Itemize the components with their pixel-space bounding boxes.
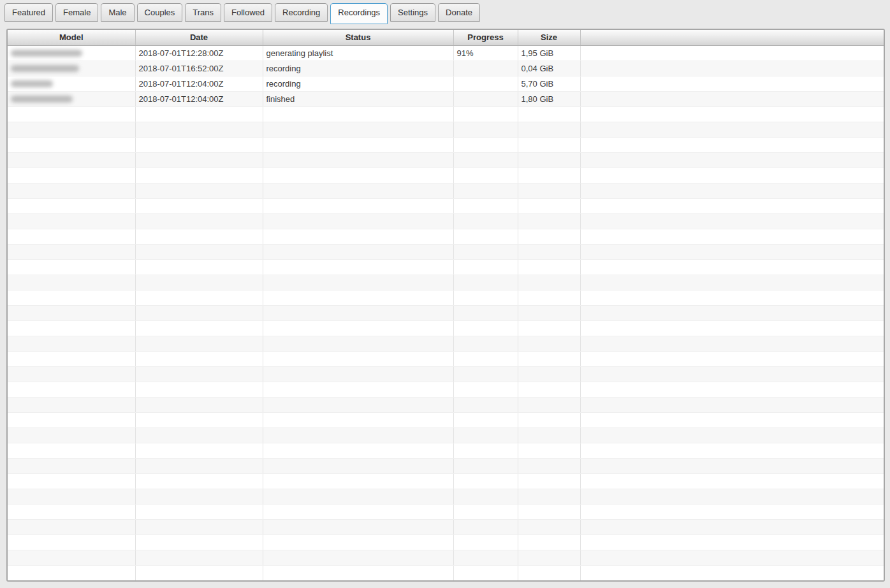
empty-row	[8, 229, 884, 244]
cell-date: 2018-07-01T12:04:00Z	[135, 76, 263, 91]
empty-cell	[518, 320, 580, 336]
tab-donate[interactable]: Donate	[438, 3, 480, 22]
empty-cell	[518, 473, 580, 489]
column-header-date[interactable]: Date	[135, 30, 263, 45]
empty-cell	[8, 244, 135, 259]
empty-row	[8, 489, 884, 504]
tab-featured[interactable]: Featured	[4, 3, 53, 22]
empty-cell	[8, 351, 135, 366]
empty-cell	[263, 550, 453, 565]
empty-cell	[135, 290, 263, 305]
empty-cell	[8, 168, 135, 183]
empty-cell	[580, 443, 884, 458]
column-header-progress[interactable]: Progress	[453, 30, 518, 45]
empty-cell	[580, 565, 884, 580]
empty-cell	[518, 519, 580, 534]
empty-cell	[8, 534, 135, 550]
empty-cell	[453, 443, 518, 458]
column-header-size[interactable]: Size	[518, 30, 580, 45]
empty-cell	[580, 259, 884, 275]
empty-cell	[135, 106, 263, 122]
empty-cell	[580, 351, 884, 366]
tab-settings[interactable]: Settings	[390, 3, 435, 22]
cell-filler	[580, 76, 884, 91]
cell-date: 2018-07-01T16:52:00Z	[135, 61, 263, 76]
empty-cell	[135, 213, 263, 229]
empty-cell	[263, 412, 453, 427]
empty-cell	[263, 427, 453, 443]
empty-cell	[580, 489, 884, 504]
empty-cell	[263, 504, 453, 519]
empty-cell	[8, 412, 135, 427]
tab-female[interactable]: Female	[55, 3, 98, 22]
cell-progress: 91%	[453, 45, 518, 61]
empty-cell	[518, 550, 580, 565]
empty-cell	[8, 504, 135, 519]
empty-row	[8, 412, 884, 427]
empty-row	[8, 275, 884, 290]
empty-cell	[453, 412, 518, 427]
empty-row	[8, 427, 884, 443]
tab-followed[interactable]: Followed	[224, 3, 272, 22]
empty-cell	[135, 137, 263, 152]
column-header-filler	[580, 30, 884, 45]
empty-cell	[8, 183, 135, 198]
empty-cell	[263, 519, 453, 534]
empty-cell	[263, 443, 453, 458]
table-body: 2018-07-01T12:28:00Zgenerating playlist9…	[8, 45, 884, 580]
table-row[interactable]: 2018-07-01T12:28:00Zgenerating playlist9…	[8, 45, 884, 61]
empty-cell	[263, 152, 453, 168]
empty-cell	[580, 320, 884, 336]
cell-model	[8, 45, 135, 61]
empty-cell	[263, 534, 453, 550]
empty-cell	[135, 397, 263, 412]
empty-cell	[453, 290, 518, 305]
empty-cell	[263, 489, 453, 504]
empty-cell	[518, 412, 580, 427]
empty-row	[8, 550, 884, 565]
cell-size: 0,04 GiB	[518, 61, 580, 76]
empty-cell	[453, 183, 518, 198]
tab-recording[interactable]: Recording	[275, 3, 328, 22]
redacted-model-name	[11, 65, 79, 72]
cell-filler	[580, 45, 884, 61]
empty-row	[8, 213, 884, 229]
cell-model	[8, 61, 135, 76]
tab-couples[interactable]: Couples	[137, 3, 183, 22]
table-row[interactable]: 2018-07-01T12:04:00Zfinished1,80 GiB	[8, 91, 884, 106]
empty-cell	[8, 259, 135, 275]
empty-cell	[580, 366, 884, 382]
empty-cell	[518, 305, 580, 320]
column-header-model[interactable]: Model	[8, 30, 135, 45]
column-header-status[interactable]: Status	[263, 30, 453, 45]
empty-cell	[8, 290, 135, 305]
empty-cell	[580, 198, 884, 213]
empty-cell	[263, 229, 453, 244]
cell-status: recording	[263, 76, 453, 91]
table-row[interactable]: 2018-07-01T12:04:00Zrecording5,70 GiB	[8, 76, 884, 91]
empty-cell	[518, 198, 580, 213]
empty-cell	[263, 565, 453, 580]
empty-cell	[453, 305, 518, 320]
tab-recordings[interactable]: Recordings	[330, 3, 388, 24]
empty-cell	[580, 473, 884, 489]
empty-row	[8, 290, 884, 305]
cell-filler	[580, 61, 884, 76]
empty-cell	[8, 320, 135, 336]
empty-cell	[518, 443, 580, 458]
empty-cell	[453, 168, 518, 183]
empty-cell	[263, 259, 453, 275]
empty-cell	[135, 534, 263, 550]
tab-male[interactable]: Male	[101, 3, 134, 22]
empty-cell	[453, 336, 518, 351]
empty-cell	[135, 229, 263, 244]
empty-cell	[263, 320, 453, 336]
empty-cell	[518, 168, 580, 183]
empty-row	[8, 458, 884, 473]
table-row[interactable]: 2018-07-01T16:52:00Zrecording0,04 GiB	[8, 61, 884, 76]
recordings-table: ModelDateStatusProgressSize 2018-07-01T1…	[6, 29, 885, 582]
tab-trans[interactable]: Trans	[185, 3, 221, 22]
tab-bar: FeaturedFemaleMaleCouplesTransFollowedRe…	[0, 0, 890, 25]
empty-cell	[263, 106, 453, 122]
empty-cell	[518, 366, 580, 382]
